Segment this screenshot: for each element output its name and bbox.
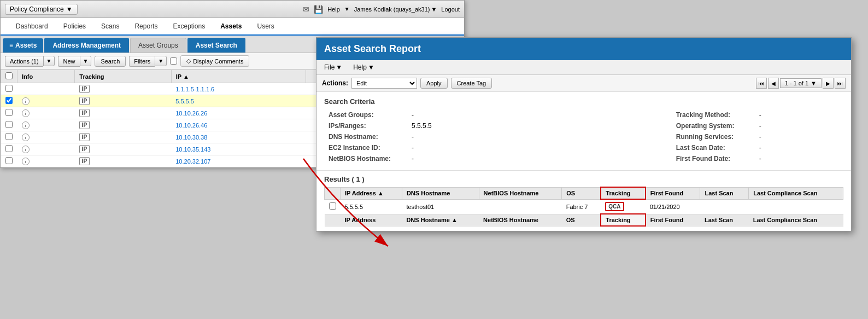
search-button[interactable]: Search bbox=[95, 56, 126, 67]
actions-dropdown-button[interactable]: ▼ bbox=[43, 56, 55, 66]
file-menu[interactable]: File ▼ bbox=[321, 62, 345, 72]
results-row: 5.5.5.5 testhost01 Fabric 7 QCA 01/21/20… bbox=[325, 199, 843, 214]
criteria-value: - bbox=[756, 132, 842, 142]
th-last-scan: Last Scan bbox=[700, 187, 749, 199]
criteria-value: - bbox=[756, 121, 842, 131]
info-icon[interactable]: i bbox=[22, 121, 30, 129]
report-title: Asset Search Report bbox=[316, 38, 851, 60]
tab-asset-search[interactable]: Asset Search bbox=[187, 38, 245, 53]
actions-main-button[interactable]: Actions (1) bbox=[5, 56, 43, 67]
page-info[interactable]: 1 - 1 of 1 ▼ bbox=[780, 78, 822, 88]
header-checkbox[interactable] bbox=[5, 72, 13, 79]
th-ip: IP ▲ bbox=[171, 70, 306, 83]
nav-exceptions[interactable]: Exceptions bbox=[166, 18, 212, 36]
logout-button[interactable]: Logout bbox=[441, 6, 460, 13]
criteria-label: Asset Groups: bbox=[325, 110, 407, 120]
new-button-group[interactable]: New ▼ bbox=[58, 56, 91, 67]
footer-first-found: First Found bbox=[646, 214, 700, 226]
new-main-button[interactable]: New bbox=[58, 56, 79, 67]
results-section: Results ( 1 ) IP Address ▲ DNS Hostname … bbox=[316, 171, 851, 231]
criteria-label: DNS Hostname: bbox=[325, 132, 407, 142]
tab-address-management[interactable]: Address Management bbox=[44, 38, 129, 53]
info-icon[interactable]: i bbox=[22, 158, 30, 165]
filters-button-group[interactable]: Filters ▼ bbox=[129, 56, 167, 67]
criteria-row: DNS Hostname: - Running Services: - bbox=[325, 132, 842, 142]
nav-scans[interactable]: Scans bbox=[95, 18, 126, 36]
criteria-row: Asset Groups: - Tracking Method: - bbox=[325, 110, 842, 120]
nav-policies[interactable]: Policies bbox=[57, 18, 92, 36]
tracking-badge: IP bbox=[79, 145, 90, 153]
list-icon: ≡ bbox=[9, 42, 13, 49]
th-netbios: NetBIOS Hostname bbox=[479, 187, 562, 199]
select-all-checkbox[interactable] bbox=[170, 57, 177, 65]
result-tracking: QCA bbox=[601, 199, 645, 214]
ip-link[interactable]: 10.10.26.46 bbox=[175, 122, 207, 129]
tab-asset-groups[interactable]: Asset Groups bbox=[130, 38, 186, 53]
help-menu[interactable]: Help bbox=[327, 6, 340, 13]
result-last-compliance bbox=[749, 199, 843, 214]
th-dns: DNS Hostname bbox=[402, 187, 479, 199]
nav-dashboard[interactable]: Dashboard bbox=[9, 18, 55, 36]
actions-button-group[interactable]: Actions (1) ▼ bbox=[5, 56, 55, 67]
prev-page-button[interactable]: ◀ bbox=[768, 78, 779, 89]
ip-link[interactable]: 10.10.35.143 bbox=[175, 146, 210, 153]
filters-main-button[interactable]: Filters bbox=[129, 56, 155, 67]
criteria-label: NetBIOS Hostname: bbox=[325, 154, 407, 164]
save-icon[interactable]: 💾 bbox=[314, 5, 323, 14]
result-netbios bbox=[479, 199, 562, 214]
info-icon[interactable]: i bbox=[22, 146, 30, 153]
nav-assets[interactable]: Assets bbox=[214, 18, 248, 36]
create-tag-button[interactable]: Create Tag bbox=[451, 78, 492, 89]
th-os: OS bbox=[562, 187, 601, 199]
display-comments-button[interactable]: ◇ Display Comments bbox=[180, 55, 249, 67]
row-checkbox[interactable] bbox=[5, 97, 13, 104]
qca-badge: QCA bbox=[605, 202, 624, 211]
footer-last-compliance: Last Compliance Scan bbox=[749, 214, 843, 226]
next-page-button[interactable]: ▶ bbox=[823, 78, 834, 89]
filters-dropdown-button[interactable]: ▼ bbox=[155, 56, 167, 66]
ip-link[interactable]: 10.10.30.38 bbox=[175, 134, 207, 141]
info-cell bbox=[17, 83, 75, 95]
result-os: Fabric 7 bbox=[562, 199, 601, 214]
info-icon[interactable]: i bbox=[22, 109, 30, 117]
criteria-value: - bbox=[408, 132, 672, 142]
help-menu-report[interactable]: Help ▼ bbox=[350, 62, 378, 72]
th-first-found: First Found bbox=[646, 187, 700, 199]
mail-icon[interactable]: ✉ bbox=[303, 5, 309, 14]
ip-link[interactable]: 10.10.26.26 bbox=[175, 110, 207, 117]
th-info: Info bbox=[17, 70, 75, 83]
search-criteria-section: Search Criteria Asset Groups: - Tracking… bbox=[316, 92, 851, 171]
last-page-button[interactable]: ⏭ bbox=[835, 78, 846, 89]
user-menu[interactable]: James Kodiak (quays_ak31) ▼ bbox=[354, 6, 437, 13]
result-ip: 5.5.5.5 bbox=[341, 199, 402, 214]
tracking-badge: IP bbox=[79, 85, 90, 93]
first-page-button[interactable]: ⏮ bbox=[756, 78, 767, 89]
criteria-label: IPs/Ranges: bbox=[325, 121, 407, 131]
row-checkbox[interactable] bbox=[5, 133, 13, 140]
new-dropdown-button[interactable]: ▼ bbox=[80, 56, 92, 66]
row-checkbox[interactable] bbox=[5, 157, 13, 164]
top-bar: Policy Compliance ▼ ✉ 💾 Help ▼ James Kod… bbox=[1, 1, 464, 18]
row-checkbox[interactable] bbox=[5, 121, 13, 128]
apply-button[interactable]: Apply bbox=[420, 78, 448, 89]
row-checkbox[interactable] bbox=[5, 145, 13, 152]
ip-link[interactable]: 1.1.1.5-1.1.1.6 bbox=[175, 86, 214, 92]
chevron-down-icon: ▼ bbox=[66, 5, 73, 13]
nav-reports[interactable]: Reports bbox=[128, 18, 164, 36]
nav-users[interactable]: Users bbox=[251, 18, 281, 36]
policy-dropdown[interactable]: Policy Compliance ▼ bbox=[5, 4, 78, 15]
criteria-label: EC2 Instance ID: bbox=[325, 143, 407, 153]
ip-link[interactable]: 10.20.32.107 bbox=[175, 158, 210, 165]
row-checkbox[interactable] bbox=[5, 109, 13, 116]
criteria-row: IPs/Ranges: 5.5.5.5 Operating System: - bbox=[325, 121, 842, 131]
tab-assets[interactable]: ≡ Assets bbox=[3, 38, 43, 53]
info-icon[interactable]: i bbox=[22, 134, 30, 141]
row-checkbox[interactable] bbox=[5, 85, 13, 92]
actions-select[interactable]: Edit Delete bbox=[351, 78, 417, 89]
ip-link[interactable]: 5.5.5.5 bbox=[175, 98, 194, 105]
footer-last-scan: Last Scan bbox=[700, 214, 749, 226]
actions-label: Actions: bbox=[322, 79, 348, 87]
info-icon[interactable]: i bbox=[22, 97, 30, 105]
result-row-checkbox[interactable] bbox=[329, 202, 336, 210]
nav-bar: Dashboard Policies Scans Reports Excepti… bbox=[1, 18, 464, 36]
